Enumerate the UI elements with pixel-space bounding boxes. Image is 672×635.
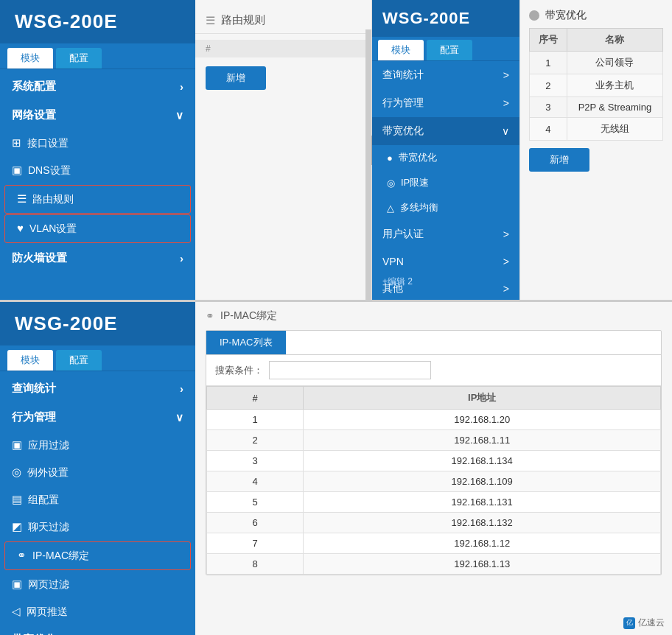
dropdown-user-auth[interactable]: 用户认证 > xyxy=(372,220,519,248)
ip-mac-row: 7192.168.1.12 xyxy=(207,533,661,554)
nav-dns[interactable]: ▣DNS设置 xyxy=(0,157,195,184)
watermark-icon: 亿 xyxy=(623,617,635,629)
web-push-icon: ◁ xyxy=(12,605,21,617)
dropdown-tab-bar: 模块 配置 xyxy=(372,37,519,61)
ip-mac-cell-ip: 192.168.1.109 xyxy=(304,471,661,492)
top-tab-bar: 模块 配置 xyxy=(0,43,195,69)
dropdown-tab-module[interactable]: 模块 xyxy=(378,40,424,60)
sub-bandwidth-opt[interactable]: ● 带宽优化 xyxy=(372,145,519,170)
chevron-down-icon2: ∨ xyxy=(502,125,509,137)
bottom-nav-web-push[interactable]: ◁网页推送 xyxy=(0,598,195,625)
bottom-panel-title: WSG-200E xyxy=(0,302,195,345)
chevron-right-icon5: > xyxy=(503,228,509,240)
ip-mac-cell-ip: 192.168.1.12 xyxy=(304,533,661,554)
scrollbar[interactable] xyxy=(365,29,371,300)
bottom-nav-bandwidth[interactable]: 带宽优化 › xyxy=(0,625,195,635)
bandwidth-cell-name: P2P & Streaming xyxy=(567,97,662,118)
top-middle-panel: ☰ 路由规则 # 新增 ‹ xyxy=(195,0,372,300)
ip-mac-cell-id: 3 xyxy=(207,451,304,471)
sub-ip-speed[interactable]: ◎ IP限速 xyxy=(372,170,519,195)
ip-mac-tab-content: IP-MAC列表 搜索条件： # IP地址 1192.168.1.202192.… xyxy=(206,330,662,575)
ip-mac-content-header: IP-MAC列表 xyxy=(206,331,661,355)
chevron-right-icon6: > xyxy=(503,256,509,267)
search-input[interactable] xyxy=(269,361,431,379)
bottom-middle-panel: ⚭ IP-MAC绑定 IP-MAC列表 搜索条件： # IP地址 1192.16… xyxy=(195,302,672,635)
routing-header-icon: ☰ xyxy=(206,14,215,27)
nav-routing[interactable]: ☰路由规则 xyxy=(4,185,191,214)
bandwidth-opt-icon: ● xyxy=(387,152,393,164)
chat-icon: ◩ xyxy=(12,520,22,533)
bandwidth-col-id: 序号 xyxy=(530,29,567,52)
top-tab-config[interactable]: 配置 xyxy=(56,48,102,69)
dropdown-title: WSG-200E xyxy=(372,0,519,37)
ip-mac-title-icon: ⚭ xyxy=(206,310,214,322)
bottom-tab-config[interactable]: 配置 xyxy=(56,350,102,371)
chevron-right-icon4: > xyxy=(503,97,509,109)
dropdown-bandwidth[interactable]: 带宽优化 ∨ xyxy=(372,117,519,145)
ip-mac-cell-id: 8 xyxy=(207,554,304,575)
search-bar: 搜索条件： xyxy=(206,355,661,386)
bandwidth-row: 2业务主机 xyxy=(530,74,663,97)
ip-mac-table: # IP地址 1192.168.1.202192.168.1.113192.16… xyxy=(206,386,661,575)
ip-mac-cell-ip: 192.168.1.131 xyxy=(304,492,661,513)
bandwidth-row: 3P2P & Streaming xyxy=(530,97,663,118)
chevron-right-icon2: › xyxy=(180,252,183,264)
ip-mac-row: 6192.168.1.132 xyxy=(207,513,661,533)
top-col-header: # xyxy=(195,40,371,57)
web-filter-icon: ▣ xyxy=(12,578,22,590)
bandwidth-table: 序号 名称 1公司领导2业务主机3P2P & Streaming4无线组 xyxy=(529,28,663,141)
chevron-down-icon: ∨ xyxy=(175,109,183,122)
bottom-nav-chat[interactable]: ◩聊天过滤 xyxy=(0,513,195,541)
top-right-area: WSG-200E 模块 配置 查询统计 > 行为管理 > 带宽优化 ∨ ● 带宽… xyxy=(372,0,672,300)
search-label: 搜索条件： xyxy=(215,364,263,377)
routing-icon: ☰ xyxy=(17,192,27,205)
bandwidth-dot-icon xyxy=(529,10,539,21)
vlan-icon: ♥ xyxy=(17,222,24,234)
bottom-nav-app-filter[interactable]: ▣应用过滤 xyxy=(0,432,195,459)
ip-mac-cell-ip: 192.168.1.13 xyxy=(304,554,661,575)
app-filter-icon: ▣ xyxy=(12,438,22,451)
ip-mac-row: 1192.168.1.20 xyxy=(207,410,661,430)
ip-mac-title: ⚭ IP-MAC绑定 xyxy=(206,309,662,323)
nav-system[interactable]: 系统配置 › xyxy=(0,72,195,101)
dropdown-tab-config[interactable]: 配置 xyxy=(427,40,472,60)
interface-icon: ⊞ xyxy=(12,136,21,149)
nav-vlan[interactable]: ♥VLAN设置 xyxy=(4,214,191,243)
chevron-right-icon8: › xyxy=(180,382,183,395)
bottom-nav-exception[interactable]: ◎例外设置 xyxy=(0,459,195,486)
bottom-left-panel: WSG-200E 模块 配置 查询统计 › 行为管理 ∨ ▣应用过滤 ◎例外设置… xyxy=(0,302,195,635)
nav-network[interactable]: 网络设置 ∨ xyxy=(0,101,195,130)
bottom-nav-query[interactable]: 查询统计 › xyxy=(0,374,195,403)
bottom-nav-behavior[interactable]: 行为管理 ∨ xyxy=(0,403,195,432)
chevron-down-icon3: ∨ xyxy=(175,411,183,424)
dns-icon: ▣ xyxy=(12,164,22,176)
ip-speed-icon: ◎ xyxy=(387,178,395,189)
dropdown-behavior[interactable]: 行为管理 > xyxy=(372,89,519,117)
top-middle-header: ☰ 路由规则 xyxy=(195,7,371,34)
bottom-tab-bar: 模块 配置 xyxy=(0,345,195,371)
bandwidth-add-button[interactable]: 新增 xyxy=(529,148,589,172)
chevron-right-icon: › xyxy=(180,80,183,93)
nav-firewall[interactable]: 防火墙设置 › xyxy=(0,244,195,273)
bottom-nav-web-filter[interactable]: ▣网页过滤 xyxy=(0,571,195,598)
top-nav-section: 系统配置 › 网络设置 ∨ ⊞接口设置 ▣DNS设置 ☰路由规则 ♥VLAN设置… xyxy=(0,69,195,276)
ip-mac-cell-id: 7 xyxy=(207,533,304,554)
bottom-nav-group[interactable]: ▤组配置 xyxy=(0,486,195,513)
top-add-button[interactable]: 新增 xyxy=(206,66,266,90)
chevron-right-icon7: > xyxy=(503,283,509,295)
bottom-nav-ip-mac[interactable]: ⚭IP-MAC绑定 xyxy=(4,541,191,570)
sub-multiline[interactable]: △ 多线均衡 xyxy=(372,195,519,220)
bandwidth-col-name: 名称 xyxy=(567,29,662,52)
ip-mac-cell-ip: 192.168.1.134 xyxy=(304,451,661,471)
top-left-panel: WSG-200E 模块 配置 系统配置 › 网络设置 ∨ ⊞接口设置 ▣DNS设… xyxy=(0,0,195,300)
nav-interface[interactable]: ⊞接口设置 xyxy=(0,130,195,157)
ip-mac-cell-id: 4 xyxy=(207,471,304,492)
bandwidth-cell-name: 业务主机 xyxy=(567,74,662,97)
bottom-nav: 查询统计 › 行为管理 ∨ ▣应用过滤 ◎例外设置 ▤组配置 ◩聊天过滤 ⚭IP… xyxy=(0,371,195,635)
bottom-tab-module[interactable]: 模块 xyxy=(7,350,53,371)
ip-mac-list-tab[interactable]: IP-MAC列表 xyxy=(206,331,286,354)
dropdown-query[interactable]: 查询统计 > xyxy=(372,61,519,89)
multiline-icon: △ xyxy=(387,203,394,214)
top-tab-module[interactable]: 模块 xyxy=(7,48,53,69)
edit-bar[interactable]: +编辑 2 xyxy=(372,271,423,292)
